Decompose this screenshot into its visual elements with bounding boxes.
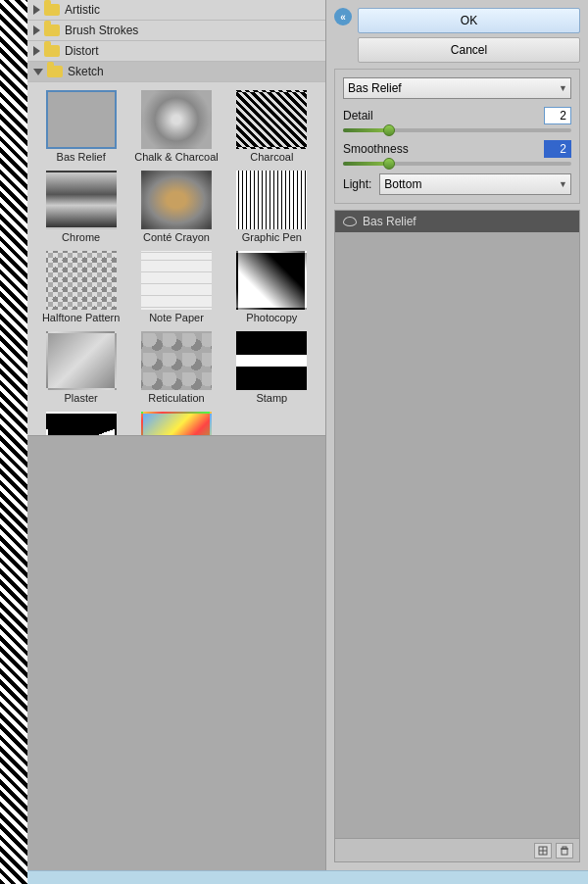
filter-item-graphic[interactable]: Graphic Pen: [226, 169, 318, 245]
right-panel: OK Cancel Bas Relief Chalk & Charcoal Ch…: [326, 0, 588, 870]
smoothness-value: 2: [544, 140, 571, 158]
filter-thumbnail-chalk: [141, 90, 212, 149]
filter-thumbnail-bas-relief: [46, 90, 117, 149]
smoothness-param-row: Smoothness 2: [343, 140, 571, 166]
filter-item-notepaper[interactable]: Note Paper: [130, 249, 221, 325]
filter-label-conte: Conté Crayon: [143, 231, 210, 243]
filter-thumbnail-halftone: [46, 251, 117, 310]
filter-thumbnail-torn: [46, 412, 117, 435]
filter-thumbnail-plaster: [46, 331, 117, 390]
filter-item-chalk[interactable]: Chalk & Charcoal: [130, 88, 221, 165]
filter-label-notepaper: Note Paper: [149, 312, 204, 323]
filter-item-chrome[interactable]: Chrome: [35, 169, 126, 245]
filter-thumbnail-charcoal: [236, 90, 307, 149]
collapse-button[interactable]: [334, 8, 352, 25]
smoothness-slider-thumb[interactable]: [383, 158, 395, 170]
category-distort[interactable]: Distort: [27, 41, 325, 62]
expand-icon-artistic: [33, 5, 40, 15]
filter-settings-box: Bas Relief Chalk & Charcoal Charcoal Chr…: [334, 69, 580, 204]
smoothness-label: Smoothness: [343, 142, 409, 156]
preview-icon-delete[interactable]: [556, 843, 573, 859]
filter-item-plaster[interactable]: Plaster: [35, 329, 126, 406]
filter-thumbnail-photocopy: [236, 251, 307, 310]
filter-thumbnail-conte: [141, 171, 212, 229]
category-artistic[interactable]: Artistic: [27, 0, 325, 21]
category-label-distort: Distort: [65, 44, 99, 58]
filter-list-scroll[interactable]: Artistic Brush Strokes Distort: [27, 0, 325, 435]
filter-item-halftone[interactable]: Halftone Pattern: [35, 249, 126, 325]
svg-rect-5: [563, 847, 566, 849]
filter-thumbnail-chrome: [46, 171, 117, 229]
filter-label-stamp: Stamp: [256, 392, 287, 404]
folder-icon-sketch: [47, 66, 63, 77]
filter-label-bas-relief: Bas Relief: [57, 151, 106, 163]
filter-item-charcoal[interactable]: Charcoal: [226, 88, 318, 165]
light-select-wrapper: Bottom Top Top Left Top Right Left Right: [379, 173, 571, 195]
detail-label: Detail: [343, 109, 373, 123]
sketch-filter-grid: Bas Relief Chalk & Charcoal Charcoal: [27, 82, 325, 435]
folder-icon-distort: [44, 45, 60, 57]
preview-icon-new-layer[interactable]: [534, 843, 552, 859]
detail-slider-fill: [343, 128, 389, 132]
preview-header: Bas Relief: [335, 211, 579, 232]
folder-icon-brush: [44, 25, 60, 36]
detail-value: 2: [544, 107, 571, 124]
folder-icon-artistic: [44, 4, 60, 16]
light-label: Light:: [343, 177, 371, 191]
ok-cancel-group: OK Cancel: [358, 8, 580, 63]
smoothness-header: Smoothness 2: [343, 140, 571, 158]
preview-title: Bas Relief: [363, 215, 416, 228]
filter-dropdown-row: Bas Relief Chalk & Charcoal Charcoal Chr…: [343, 77, 571, 99]
filter-label-chrome: Chrome: [62, 231, 100, 243]
preview-panel: Bas Relief: [334, 210, 580, 862]
filter-thumbnail-waterpaper: [141, 412, 212, 435]
filter-thumbnail-notepaper: [141, 251, 212, 310]
light-select[interactable]: Bottom Top Top Left Top Right Left Right: [379, 173, 571, 195]
expand-icon-sketch: [33, 69, 43, 75]
filter-label-reticulation: Reticulation: [148, 392, 204, 404]
filter-thumbnail-graphic: [236, 171, 307, 229]
detail-slider-track[interactable]: [343, 128, 571, 132]
eye-icon[interactable]: [343, 217, 357, 226]
filter-thumbnail-stamp: [236, 331, 307, 390]
filter-label-graphic: Graphic Pen: [242, 231, 302, 243]
category-brush-strokes[interactable]: Brush Strokes: [27, 21, 325, 41]
filter-item-conte[interactable]: Conté Crayon: [130, 169, 221, 245]
filter-item-waterpaper[interactable]: Water Paper: [130, 410, 221, 435]
preview-bottom-bar: [335, 838, 579, 861]
filter-item-stamp[interactable]: Stamp: [226, 329, 318, 406]
filter-item-bas-relief[interactable]: Bas Relief: [35, 88, 126, 165]
filter-item-photocopy[interactable]: Photocopy: [226, 249, 318, 325]
category-label-brush: Brush Strokes: [65, 24, 138, 37]
left-decorative-strip: [0, 0, 27, 884]
filter-list-panel: Artistic Brush Strokes Distort: [27, 0, 326, 870]
filter-select-wrapper: Bas Relief Chalk & Charcoal Charcoal Chr…: [343, 77, 571, 99]
filter-thumbnail-reticulation: [141, 331, 212, 390]
expand-icon-brush: [33, 25, 40, 35]
detail-slider-thumb[interactable]: [383, 124, 395, 136]
filter-item-reticulation[interactable]: Reticulation: [130, 329, 221, 406]
bottom-strip: [27, 870, 588, 884]
svg-rect-3: [562, 849, 567, 855]
ok-button[interactable]: OK: [358, 8, 580, 33]
category-label-artistic: Artistic: [65, 3, 100, 17]
light-row: Light: Bottom Top Top Left Top Right Lef…: [343, 173, 571, 195]
filter-item-torn[interactable]: Torn Edges: [35, 410, 126, 435]
detail-header: Detail 2: [343, 107, 571, 124]
top-area: Artistic Brush Strokes Distort: [27, 0, 588, 870]
expand-icon-distort: [33, 46, 40, 56]
main-panel: Artistic Brush Strokes Distort: [27, 0, 588, 884]
filter-list-empty-area: [27, 435, 325, 871]
filter-label-chalk: Chalk & Charcoal: [134, 151, 219, 163]
category-label-sketch: Sketch: [68, 65, 104, 78]
smoothness-slider-fill: [343, 162, 389, 166]
top-action-row: OK Cancel: [334, 8, 580, 63]
detail-param-row: Detail 2: [343, 107, 571, 132]
category-sketch[interactable]: Sketch: [27, 62, 325, 82]
preview-body: [335, 232, 579, 838]
filter-select[interactable]: Bas Relief Chalk & Charcoal Charcoal Chr…: [343, 77, 571, 99]
smoothness-slider-track[interactable]: [343, 162, 571, 166]
cancel-button[interactable]: Cancel: [358, 37, 580, 63]
filter-label-photocopy: Photocopy: [246, 312, 297, 323]
filter-label-halftone: Halftone Pattern: [42, 312, 121, 323]
